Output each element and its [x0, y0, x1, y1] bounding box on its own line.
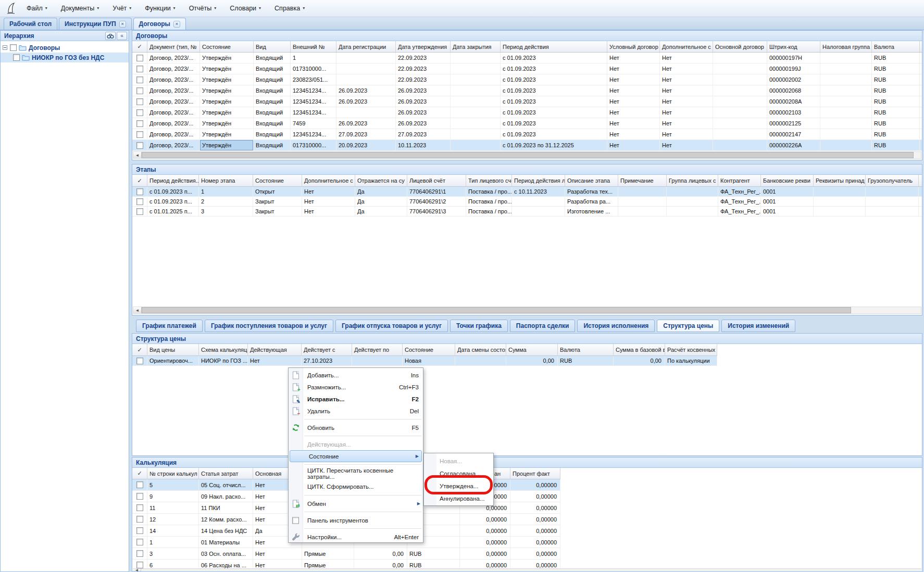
tree-node-1[interactable]: НИОКР по ГОЗ без НДС — [1, 53, 129, 62]
column-header[interactable]: Описание этапа — [565, 175, 618, 186]
tab-2[interactable]: Договоры× — [133, 18, 186, 30]
column-header-check[interactable]: ✓ — [132, 344, 147, 355]
column-header[interactable]: Контрагент — [718, 175, 761, 186]
checkbox[interactable] — [136, 98, 143, 105]
context-menu-item-15[interactable]: Панель инструментов — [289, 514, 423, 526]
collapse-panel-button[interactable]: « — [117, 32, 127, 40]
column-header[interactable]: Грузополучатель — [866, 175, 919, 186]
checkbox[interactable] — [136, 109, 143, 116]
menubar-item-4[interactable]: Отчёты▾ — [182, 0, 223, 17]
column-header[interactable]: Основной договор — [713, 41, 767, 52]
column-header[interactable]: № строки калькул — [147, 468, 199, 479]
column-header[interactable]: Действует с — [302, 344, 352, 355]
column-header[interactable]: Вид — [254, 41, 291, 52]
column-header[interactable]: Дополнительное с — [660, 41, 713, 52]
table-row[interactable]: Договор, 2023/...УтверждёнВходящий230823… — [132, 74, 922, 85]
menubar-item-6[interactable]: Справка▾ — [268, 0, 311, 17]
context-menu-item-3[interactable]: −УдалитьDel — [289, 405, 423, 417]
context-menu-item-1[interactable]: +Размножить...Ctrl+F3 — [289, 381, 423, 393]
table-row[interactable]: Договор, 2023/...УтверждёнВходящий745926… — [132, 118, 922, 129]
scrollbar-thumb[interactable] — [142, 307, 851, 313]
column-header[interactable]: Действует по — [352, 344, 403, 355]
checkbox[interactable] — [10, 44, 17, 51]
column-header[interactable]: Период действия.. — [147, 175, 199, 186]
menubar-item-0[interactable]: Файл▾ — [20, 0, 54, 17]
table-row[interactable]: Договор, 2023/...УтверждёнВходящий123451… — [132, 107, 922, 118]
checkbox[interactable] — [136, 77, 143, 83]
column-header[interactable]: Дата регистрации — [336, 41, 396, 52]
detail-tab-4[interactable]: Паспорта сделки — [510, 320, 576, 332]
table-row[interactable]: Договор, 2023/...УтверждёнВходящий017310… — [132, 63, 922, 74]
column-header[interactable]: Лицевой счёт — [407, 175, 466, 186]
table-row[interactable]: Договор, 2023/...УтверждёнВходящий123451… — [132, 129, 922, 140]
calculation-h-scrollbar[interactable]: ◄ — [133, 568, 921, 571]
context-menu-item-5[interactable]: ОбновитьF5 — [289, 422, 423, 434]
checkbox[interactable] — [136, 493, 143, 500]
checkbox[interactable] — [136, 198, 143, 205]
checkbox[interactable] — [136, 516, 143, 523]
menubar-item-1[interactable]: Документы▾ — [54, 0, 106, 17]
detail-tab-5[interactable]: История исполнения — [577, 320, 655, 332]
table-row[interactable]: Договор, 2023/...УтверждёнВходящий123451… — [132, 96, 922, 107]
column-header[interactable]: Сумма в базовой в — [614, 344, 665, 355]
checkbox[interactable] — [136, 55, 143, 61]
column-header[interactable]: Период действия — [501, 41, 607, 52]
column-header[interactable]: Дата утверждения — [396, 41, 451, 52]
column-header[interactable]: Состояние — [253, 175, 302, 186]
column-header[interactable]: Состояние — [200, 41, 254, 52]
submenu-item-2[interactable]: Утверждена... — [424, 480, 493, 492]
checkbox[interactable] — [136, 358, 143, 364]
close-icon[interactable]: × — [173, 21, 180, 28]
submenu-item-3[interactable]: Аннулирована... — [424, 492, 493, 505]
table-row[interactable]: с 01.09.2023 п...1ОткрытНетДа7706406291\… — [132, 187, 922, 197]
checkbox[interactable] — [136, 188, 143, 195]
table-row[interactable]: Договор, 2023/...УтверждёнВходящий017310… — [132, 140, 922, 151]
checkbox[interactable] — [136, 527, 143, 534]
column-header[interactable]: Дата смены состоя — [455, 344, 506, 355]
menubar-item-3[interactable]: Функции▾ — [138, 0, 182, 17]
column-header[interactable]: Номер этапа — [199, 175, 253, 186]
scroll-left-icon[interactable]: ◄ — [133, 569, 141, 571]
checkbox[interactable] — [136, 208, 143, 215]
checkbox[interactable] — [13, 54, 20, 61]
column-header[interactable]: Группа лицевых с — [667, 175, 718, 186]
column-header[interactable]: Статья затрат — [199, 468, 253, 479]
detail-tab-2[interactable]: График отпуска товаров и услуг — [335, 320, 448, 332]
detail-tab-6[interactable]: Структура цены — [657, 320, 719, 332]
checkbox[interactable] — [136, 481, 143, 488]
context-menu-item-11[interactable]: ЦИТК. Сформировать... — [289, 480, 423, 493]
column-header[interactable]: Налоговая группа — [820, 41, 872, 52]
column-header[interactable]: Отражается на су — [355, 175, 407, 186]
column-header-check[interactable]: ✓ — [132, 175, 147, 186]
column-header[interactable]: Штрих-код — [767, 41, 820, 52]
context-menu-item-13[interactable]: ⇄Обмен▶ — [289, 498, 423, 510]
column-header[interactable]: Тип лицевого счёт — [466, 175, 512, 186]
column-header[interactable]: Внешний № — [291, 41, 336, 52]
column-header[interactable]: Расчёт косвенных — [665, 344, 717, 355]
context-menu-item-10[interactable]: ЦИТК. Пересчитать косвенные затраты... — [289, 467, 423, 480]
search-button[interactable] — [105, 32, 116, 40]
column-header[interactable]: Банковские рекви — [761, 175, 814, 186]
table-row[interactable]: Ориентировоч...НИОКР по ГОЗ ...Нет27.10.… — [132, 356, 717, 366]
checkbox[interactable] — [136, 142, 143, 149]
submenu-item-1[interactable]: Согласована... — [424, 467, 493, 480]
column-header[interactable]: Дополнительное с — [302, 175, 355, 186]
scroll-left-icon[interactable]: ◄ — [133, 307, 142, 313]
scrollbar-thumb[interactable] — [142, 152, 914, 158]
checkbox[interactable] — [136, 87, 143, 94]
column-header[interactable]: Валюта — [872, 41, 920, 52]
detail-tab-7[interactable]: История изменений — [721, 320, 795, 332]
table-row[interactable]: Договор, 2023/...УтверждёнВходящий122.09… — [132, 53, 922, 63]
table-row[interactable]: с 01.09.2023 п...2ЗакрытНетДа7706406291\… — [132, 197, 922, 207]
scroll-left-icon[interactable]: ◄ — [133, 152, 142, 158]
tab-0[interactable]: Рабочий стол — [4, 18, 57, 30]
column-header[interactable]: Документ (тип, № — [147, 41, 200, 52]
column-header[interactable]: Вид цены — [147, 344, 199, 355]
checkbox[interactable] — [136, 504, 143, 511]
context-menu-item-8[interactable]: Состояние▶ — [290, 450, 422, 462]
tab-1[interactable]: Инструкции ПУП× — [59, 18, 131, 30]
table-row[interactable]: 303 Осн. оплата...НетПрямые0,00RUB0,0000… — [132, 548, 560, 560]
tree-node-0[interactable]: Договоры — [1, 43, 129, 53]
column-header[interactable]: Состояние — [403, 344, 455, 355]
contracts-h-scrollbar[interactable]: ◄ — [133, 151, 921, 159]
